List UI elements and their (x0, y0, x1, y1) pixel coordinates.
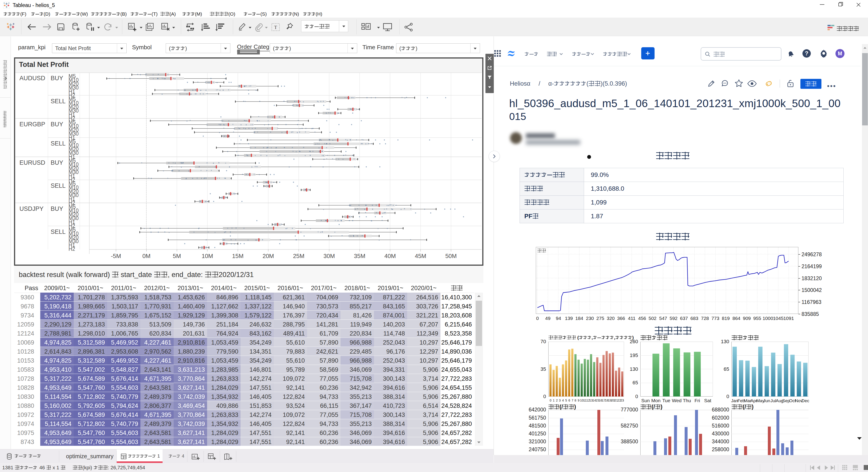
svg-text:40M: 40M (384, 252, 396, 259)
svg-text:30M: 30M (323, 252, 335, 259)
svg-text:10M: 10M (202, 252, 213, 259)
svg-text:50M: 50M (445, 252, 457, 259)
svg-text:25M: 25M (293, 252, 305, 259)
svg-text:20M: 20M (262, 252, 274, 259)
svg-text:5M: 5M (173, 252, 181, 259)
svg-text:-5M: -5M (111, 252, 121, 259)
svg-text:15M: 15M (232, 252, 244, 259)
svg-text:0M: 0M (143, 252, 151, 259)
svg-text:T: T (274, 24, 277, 30)
svg-text:35M: 35M (354, 252, 365, 259)
svg-text:45M: 45M (415, 252, 427, 259)
